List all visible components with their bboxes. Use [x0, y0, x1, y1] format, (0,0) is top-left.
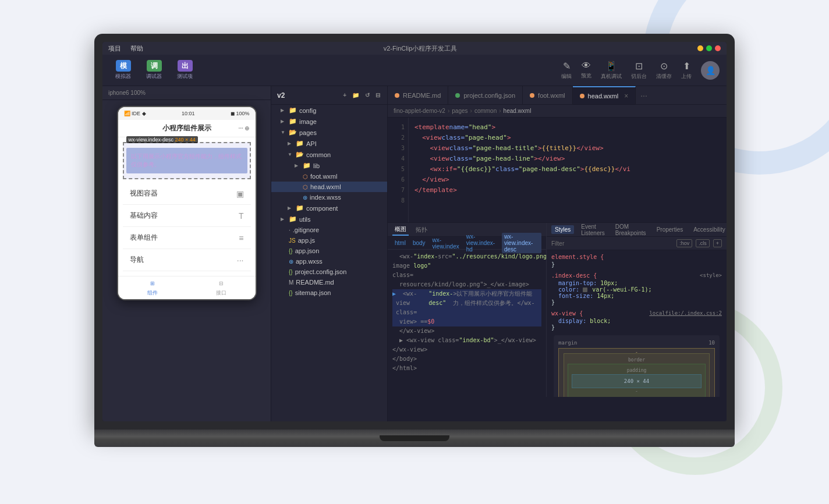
lower-code-content[interactable]: <wx-image class="index-logo" src="../res… — [388, 250, 546, 397]
html-breadcrumb: html body wx-view.index wx-view.index-hd… — [388, 237, 546, 250]
upload-action[interactable]: ⬆ 上传 — [681, 61, 692, 80]
styles-tab-event-listeners[interactable]: Event Listeners — [578, 223, 608, 237]
phone-menu-item-4[interactable]: 导航 ··· — [123, 249, 251, 271]
code-editor[interactable]: 12345678 <template name="head" > <view c… — [388, 118, 727, 222]
menu-help[interactable]: 帮助 — [130, 44, 143, 53]
file-icon-app-wxss: ⊛ — [289, 258, 293, 265]
code-content[interactable]: <template name="head" > <view class="pag… — [409, 118, 727, 222]
style-source-wx-view[interactable]: localfile:/.index.css:2 — [649, 310, 722, 316]
tab-readme[interactable]: README.md — [388, 86, 448, 104]
background-action[interactable]: ⊡ 切后台 — [631, 61, 647, 80]
styles-tab-properties[interactable]: Properties — [653, 225, 687, 234]
phone-frame: 📶 IDE ◆ 10:01 ◼ 100% 小程序组件展示 ··· ⊕ — [102, 100, 271, 421]
file-head-wxml[interactable]: ▶ ⬡ head.wxml — [271, 182, 387, 192]
maximize-button[interactable] — [706, 45, 712, 51]
test-label: 测试项 — [177, 73, 193, 80]
tab-foot-wxml[interactable]: foot.wxml — [523, 86, 572, 104]
device-debug-action[interactable]: 📱 真机调试 — [601, 61, 622, 80]
color-swatch — [583, 288, 587, 292]
filetree-header: v2 + 📁 ↺ ⊟ — [271, 86, 387, 105]
styles-tab-dom-breakpoints[interactable]: DOM Breakpoints — [612, 223, 650, 237]
refresh-button[interactable]: ↺ — [364, 91, 371, 100]
folder-api[interactable]: ▶ 📁 API — [271, 138, 387, 149]
filter-cls-button[interactable]: .cls — [696, 239, 710, 247]
hb-body[interactable]: body — [410, 239, 428, 247]
folder-lib[interactable]: ▶ 📁 lib — [271, 160, 387, 171]
edit-label: 编辑 — [561, 73, 572, 80]
close-button[interactable] — [715, 45, 721, 51]
style-brace-element: } — [551, 261, 722, 268]
box-border-label: border — [568, 357, 706, 363]
phone-tab-api[interactable]: ⊟ 接口 — [187, 279, 256, 297]
phone-menu-item-2[interactable]: 基础内容 T — [123, 205, 251, 227]
filetree-panel: v2 + 📁 ↺ ⊟ ▶ 📁 config ▶ — [271, 86, 388, 421]
hb-html[interactable]: html — [392, 239, 408, 247]
phone-tab-components[interactable]: ⊞ 组件 — [118, 279, 187, 297]
test-button[interactable]: 出 测试项 — [171, 58, 199, 83]
new-file-button[interactable]: + — [342, 91, 348, 100]
folder-pages[interactable]: ▼ 📂 pages — [271, 127, 387, 138]
file-app-js[interactable]: ▶ JS app.js — [271, 235, 387, 246]
tab-label-readme: README.md — [403, 92, 441, 99]
hb-wx-view-index[interactable]: wx-view.index — [430, 236, 462, 250]
api-tab-icon: ⊟ — [217, 279, 226, 288]
file-index-wxss[interactable]: ▶ ⊛ index.wxss — [271, 192, 387, 203]
folder-image[interactable]: ▶ 📁 image — [271, 116, 387, 127]
elem-tab-html[interactable]: 概图 — [392, 224, 409, 236]
file-label-app-wxss: app.wxss — [296, 258, 323, 265]
box-top-value: - — [635, 350, 638, 355]
file-readme[interactable]: ▶ M README.md — [271, 277, 387, 288]
filter-add-button[interactable]: + — [713, 239, 722, 247]
phone-menu-item-3[interactable]: 表单组件 ≡ — [123, 227, 251, 249]
debugger-button[interactable]: 调 调试器 — [140, 58, 168, 83]
file-label-foot-wxml: foot.wxml — [310, 173, 337, 180]
user-avatar[interactable]: 👤 — [701, 61, 720, 80]
preview-label: 预览 — [581, 72, 591, 80]
elem-tab-body[interactable]: 拓扑 — [413, 225, 430, 235]
styles-filter-input[interactable] — [551, 240, 673, 247]
tab-head-wxml[interactable]: head.wxml × — [573, 86, 636, 104]
menu-project[interactable]: 项目 — [108, 44, 121, 53]
folder-config[interactable]: ▶ 📁 config — [271, 105, 387, 116]
folder-label-utils: utils — [299, 216, 311, 223]
styles-tab-styles[interactable]: Styles — [551, 225, 574, 234]
phone-menu-item-1[interactable]: 视图容器 ▣ — [123, 183, 251, 205]
folder-common[interactable]: ▼ 📂 common — [271, 149, 387, 160]
file-icon-head-wxml: ⬡ — [303, 184, 308, 190]
edit-icon: ✎ — [563, 61, 571, 72]
folder-label-lib: lib — [313, 162, 320, 169]
new-folder-button[interactable]: 📁 — [351, 91, 360, 100]
file-foot-wxml[interactable]: ▶ ⬡ foot.wxml — [271, 171, 387, 182]
file-gitignore[interactable]: ▶ · .gitignore — [271, 225, 387, 235]
box-content-region: 240 × 44 — [572, 374, 702, 388]
simulator-button[interactable]: 模 模拟器 — [109, 58, 137, 83]
file-sitemap[interactable]: ▶ {} sitemap.json — [271, 288, 387, 298]
phone-tab-label-api: 接口 — [216, 289, 226, 297]
edit-action[interactable]: ✎ 编辑 — [561, 61, 572, 80]
file-label-app-js: app.js — [298, 237, 315, 244]
styles-tab-accessibility[interactable]: Accessibility — [690, 225, 727, 234]
code-line-6: </view> — [414, 175, 721, 185]
minimize-button[interactable] — [697, 45, 703, 51]
lower-line-1: <wx-image class="index-logo" src="../res… — [392, 252, 541, 280]
folder-component[interactable]: ▶ 📁 component — [271, 203, 387, 214]
tab-project-config[interactable]: project.config.json — [448, 86, 523, 104]
style-selector-wx-view: wx-view { localfile:/.index.css:2 — [551, 310, 722, 317]
highlight-element: wx-view.index-desc 240 × 44 以下用展示小程序官方组件… — [123, 142, 251, 179]
folder-icon-pages: 📂 — [289, 129, 297, 136]
tab-more-button[interactable]: ··· — [636, 91, 652, 100]
breadcrumb-sep-1: › — [448, 108, 449, 114]
filter-pseudo-button[interactable]: :hov — [676, 239, 692, 247]
style-prop-font-size: font-size: 14px; — [551, 293, 722, 299]
file-label-index-wxss: index.wxss — [310, 194, 341, 201]
file-app-wxss[interactable]: ▶ ⊛ app.wxss — [271, 256, 387, 267]
phone-device: 📶 IDE ◆ 10:01 ◼ 100% 小程序组件展示 ··· ⊕ — [117, 106, 257, 300]
file-project-config[interactable]: ▶ {} project.config.json — [271, 267, 387, 277]
tab-close-head-wxml[interactable]: × — [624, 92, 628, 100]
collapse-button[interactable]: ⊟ — [374, 91, 381, 100]
code-line-7: </template> — [414, 185, 721, 196]
preview-action[interactable]: 👁 预览 — [581, 61, 591, 80]
clear-cache-action[interactable]: ⊙ 清缓存 — [656, 61, 672, 80]
folder-utils[interactable]: ▶ 📁 utils — [271, 214, 387, 225]
file-app-json[interactable]: ▶ {} app.json — [271, 246, 387, 256]
